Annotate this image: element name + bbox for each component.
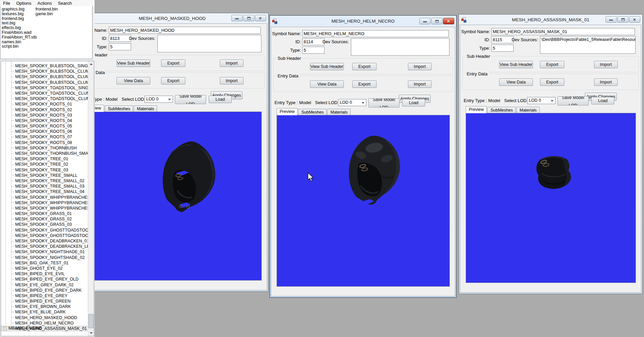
- tree-item[interactable]: MESH_SPOOKY_GRASS_01: [1, 211, 94, 216]
- maximize-button[interactable]: [243, 15, 254, 21]
- lod-combobox[interactable]: LOD 0: [338, 99, 366, 106]
- tree-item[interactable]: MESH_SPOOKY_TREE_SMALL_04: [1, 189, 94, 194]
- tree-item[interactable]: MESH_BIG_OAK_TEST_01: [1, 260, 94, 266]
- minimize-button[interactable]: [419, 18, 431, 24]
- id-input[interactable]: [302, 38, 325, 45]
- symbol-name-input[interactable]: [491, 28, 635, 35]
- tree-item[interactable]: MESH_SPOOKY_BULBSTOOL_CLUMP_BK: [1, 69, 94, 74]
- tree-item[interactable]: MESH_EYE_BROWN_DARK: [1, 304, 94, 309]
- tree-item[interactable]: MESH_BIPED_EYE_EVIL: [1, 271, 94, 276]
- view-sub-header-button[interactable]: View Sub Header: [310, 63, 344, 70]
- import-sub-header-button[interactable]: Import: [220, 59, 243, 67]
- menu-search[interactable]: Search: [55, 0, 75, 6]
- tree-item[interactable]: MESH_SPOOKY_TOADSTOOL_SINGLE: [1, 85, 94, 91]
- maximize-button[interactable]: [617, 16, 628, 23]
- type-input[interactable]: [302, 47, 325, 54]
- file-item[interactable]: frontend.bin: [35, 7, 58, 12]
- tab-materials[interactable]: Materials: [327, 109, 351, 115]
- file-item[interactable]: names.bin: [2, 40, 37, 45]
- save-model-lod-button[interactable]: Save ModelLOD: [558, 96, 589, 105]
- tree-item[interactable]: MESH_SPOOKY_TREE_SMALL_02: [1, 178, 94, 184]
- tree-item[interactable]: MESH_SPOOKY_GHOSTTOADSTOOL_01: [1, 227, 94, 233]
- lod-combobox[interactable]: LOD 0: [527, 97, 556, 104]
- lod-combobox[interactable]: LOD 0: [145, 96, 173, 103]
- load-button[interactable]: Load: [591, 97, 614, 104]
- import-data-button[interactable]: Import: [594, 78, 618, 86]
- tree-item[interactable]: MESH_SPOOKY_DEADBRACKEN_01: [1, 238, 94, 244]
- tree-item[interactable]: MESH_SPOOKY_TREE_02: [1, 162, 94, 167]
- tree-item[interactable]: MESH_SPOOKY_TOADSTOOL_CLUMP_02: [1, 96, 94, 101]
- file-item[interactable]: frontend.big: [2, 17, 37, 21]
- tree-item[interactable]: MESH_SPOOKY_TREE_SMALL: [1, 173, 94, 178]
- file-item[interactable]: game.bin: [35, 12, 58, 17]
- tree-item[interactable]: MESH_SPOOKY_WHIPPYBRANCHES_DEN: [1, 200, 94, 206]
- tree-item[interactable]: MESH_HERO_HELM_NECRO: [1, 320, 94, 326]
- tree-item[interactable]: MESH_SPOOKY_GHOSTTOADSTOOL_CLU: [1, 233, 94, 238]
- id-input[interactable]: [491, 36, 514, 43]
- window-assassin-mask[interactable]: MESH_HERO_ASSASSIN_MASK_01 ✕ Symbol Name…: [459, 14, 643, 294]
- import-sub-header-button[interactable]: Import: [408, 63, 432, 70]
- minimize-button[interactable]: [606, 16, 617, 23]
- maximize-button[interactable]: [431, 18, 442, 24]
- import-data-button[interactable]: Import: [408, 80, 432, 88]
- dev-sources-box[interactable]: [351, 38, 449, 56]
- window-masked-hood[interactable]: MESH_HERO_MASKED_HOOD ✕ Symbol Name: ID:…: [76, 13, 268, 292]
- tree-item[interactable]: MESH_SPOOKY_NIGHTSHADE_02: [1, 255, 94, 260]
- tree-item[interactable]: MESH_SPOOKY_TOADSTOOL_CLUMP_01: [1, 91, 94, 96]
- scroll-down-icon[interactable]: [88, 330, 94, 336]
- export-data-button[interactable]: Export: [352, 80, 377, 88]
- menu-file[interactable]: File: [0, 0, 13, 6]
- load-button[interactable]: Load: [402, 99, 425, 106]
- export-sub-header-button[interactable]: Export: [352, 63, 377, 70]
- mesh-tree[interactable]: MESH_SPOOKY_BULBSTOOL_SINGLEMESH_SPOOKY_…: [1, 61, 94, 336]
- expand-icon[interactable]: +: [3, 327, 7, 330]
- type-input[interactable]: [109, 43, 131, 50]
- tree-item[interactable]: MESH_EYE_GREY_DARK_02: [1, 282, 94, 288]
- tree-item[interactable]: MESH_SPOOKY_BULBSTOOL_SINGLE: [1, 63, 94, 69]
- file-item[interactable]: text.big: [2, 21, 37, 26]
- tree-item[interactable]: MESH_SPOOKY_ROOTS_05: [1, 123, 94, 129]
- title-bar[interactable]: MESH_HERO_HELM_NECRO ✕: [271, 16, 455, 27]
- tree-item[interactable]: MESH_SPOOKY_TREE_SMALL_03: [1, 184, 94, 189]
- close-button[interactable]: ✕: [443, 18, 454, 24]
- import-data-button[interactable]: Import: [220, 77, 243, 85]
- tree-item[interactable]: MESH_SPOOKY_WHIPPYBRANCHES: [1, 195, 94, 200]
- title-bar[interactable]: MESH_HERO_ASSASSIN_MASK_01 ✕: [460, 15, 641, 25]
- preview-canvas[interactable]: [466, 113, 636, 283]
- export-data-button[interactable]: Export: [540, 78, 564, 86]
- scrollbar-thumb[interactable]: [88, 314, 94, 328]
- export-sub-header-button[interactable]: Export: [540, 61, 564, 68]
- save-model-lod-button[interactable]: Save ModelLOD: [368, 98, 400, 107]
- close-button[interactable]: ✕: [629, 16, 640, 23]
- symbol-name-input[interactable]: [109, 27, 261, 34]
- export-data-button[interactable]: Export: [161, 77, 185, 85]
- view-sub-header-button[interactable]: View Sub Header: [117, 59, 150, 67]
- tree-item[interactable]: MESH_SPOOKY_GRASS_03: [1, 222, 94, 227]
- preview-canvas[interactable]: [277, 115, 450, 287]
- tab-submeshes[interactable]: SubMeshes: [487, 107, 516, 113]
- tab-preview[interactable]: Preview: [277, 108, 298, 115]
- tree-item[interactable]: MESH_SPOOKY_ROOTS_04: [1, 118, 94, 123]
- file-item[interactable]: effects.big: [2, 26, 37, 30]
- id-input[interactable]: [109, 35, 131, 42]
- tab-materials[interactable]: Materials: [134, 105, 157, 112]
- tree-item[interactable]: MESH_SPOOKY_ROOTS_08: [1, 140, 94, 145]
- view-data-button[interactable]: View Data: [310, 80, 344, 88]
- file-item[interactable]: textures.big: [2, 12, 37, 17]
- dev-sources-box[interactable]: \Dev\BBBProjects\Fable1_5Release\Fable\R…: [540, 36, 636, 54]
- file-item[interactable]: graphics.big: [2, 7, 37, 12]
- save-model-lod-button[interactable]: Save ModelLOD: [175, 95, 206, 104]
- tree-item[interactable]: MESH_SPOOKY_DEADBRACKEN_LP_01: [1, 244, 94, 249]
- tree-item[interactable]: MESH_BIPED_EYE_GREEN: [1, 298, 94, 304]
- file-item[interactable]: script.bin: [2, 44, 37, 49]
- tab-materials[interactable]: Materials: [516, 107, 540, 113]
- tree-item[interactable]: MESH_SPOOKY_WHIPPYBRANCHES_POL: [1, 206, 94, 211]
- view-data-button[interactable]: View Data: [499, 78, 533, 86]
- tab-submeshes[interactable]: SubMeshes: [105, 105, 133, 112]
- tree-item[interactable]: MESH_SPOOKY_THORNBUSH_SMALL: [1, 151, 94, 156]
- tab-preview[interactable]: Preview: [466, 106, 487, 113]
- tree-item[interactable]: MESH_SPOOKY_TREE_03: [1, 167, 94, 173]
- close-button[interactable]: ✕: [255, 15, 266, 21]
- minimize-button[interactable]: [231, 15, 242, 21]
- load-button[interactable]: Load: [209, 96, 232, 103]
